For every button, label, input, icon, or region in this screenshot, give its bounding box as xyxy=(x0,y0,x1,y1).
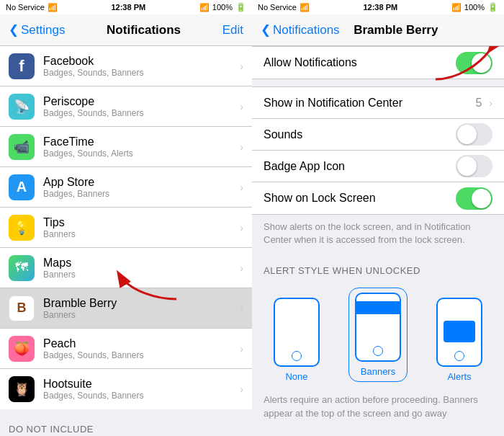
app-icon-hootsuite: 🦉 xyxy=(9,376,35,402)
list-item-brambleberry[interactable]: B Bramble Berry Banners › xyxy=(0,288,252,329)
chevron-icon: › xyxy=(240,343,243,355)
battery-icon: 🔋 xyxy=(235,2,246,12)
app-info-appstore: App Store Badges, Banners xyxy=(43,176,237,199)
app-icon-peach: 🍑 xyxy=(9,336,35,362)
right-panel: No Service 📶 12:38 PM 📶 100% 🔋 ❮ Notific… xyxy=(252,0,504,436)
chevron-icon: › xyxy=(240,262,243,274)
app-icon-tips: 💡 xyxy=(9,215,35,241)
home-button xyxy=(454,351,464,361)
badge-app-icon-toggle[interactable] xyxy=(456,155,492,177)
chevron-icon: › xyxy=(240,383,243,395)
banner-bar xyxy=(356,301,400,314)
chevron-icon: › xyxy=(240,303,243,314)
footer-description: Alerts require an action before proceedi… xyxy=(252,388,504,428)
sounds-row: Sounds xyxy=(252,119,504,151)
app-info-brambleberry: Bramble Berry Banners xyxy=(43,297,237,320)
right-nav-title: Bramble Berry xyxy=(354,23,438,37)
battery-text-right: 100% xyxy=(464,3,485,12)
include-section: f Facebook Badges, Sounds, Banners › 📡 P… xyxy=(0,46,252,409)
allow-notifications-toggle[interactable] xyxy=(456,52,492,74)
list-item[interactable]: A App Store Badges, Banners › xyxy=(0,167,252,208)
badge-app-icon-row: Badge App Icon xyxy=(252,151,504,182)
phone-none xyxy=(274,298,320,367)
alert-box xyxy=(444,321,475,342)
list-item[interactable]: 🍑 Peach Badges, Sounds, Banners › xyxy=(0,329,252,369)
chevron-icon: › xyxy=(240,101,243,112)
toggle-thumb xyxy=(457,125,477,144)
app-icon-periscope: 📡 xyxy=(9,94,35,120)
alert-option-alerts[interactable]: Alerts xyxy=(436,298,482,382)
show-lock-screen-row: Show on Lock Screen xyxy=(252,182,504,214)
show-notification-center-value: 5 xyxy=(475,97,482,110)
lock-screen-description: Show alerts on the lock screen, and in N… xyxy=(252,215,504,255)
list-item[interactable]: 📡 Periscope Badges, Sounds, Banners › xyxy=(0,86,252,127)
right-back-label: Notifications xyxy=(273,23,340,37)
battery-text: 100% xyxy=(212,3,233,12)
chevron-icon: › xyxy=(240,141,243,153)
wifi-icon: 📶 xyxy=(48,3,58,12)
time-left: 12:38 PM xyxy=(111,3,145,12)
wifi-icon-right: 📶 xyxy=(300,3,310,12)
right-scroll: Allow Notifications xyxy=(252,46,504,436)
battery-icon-right: 🔋 xyxy=(487,2,498,12)
alert-options-container: None Banners Alerts xyxy=(252,288,504,382)
toggle-thumb xyxy=(472,189,491,208)
edit-button[interactable]: Edit xyxy=(222,23,243,37)
app-info-facetime: FaceTime Badges, Sounds, Alerts xyxy=(43,135,237,159)
alert-style-header: ALERT STYLE WHEN UNLOCKED xyxy=(252,255,504,280)
alert-style-row: None Banners Alerts xyxy=(252,280,504,386)
toggle-thumb xyxy=(472,53,491,73)
right-back-button[interactable]: ❮ Notifications xyxy=(261,22,340,37)
app-icon-maps: 🗺 xyxy=(9,255,35,281)
alert-option-banners[interactable]: Banners xyxy=(348,288,408,382)
app-info-tips: Tips Banners xyxy=(43,216,237,239)
app-info-maps: Maps Banners xyxy=(43,257,237,280)
show-lock-screen-toggle[interactable] xyxy=(456,187,492,210)
left-status-bar: No Service 📶 12:38 PM 📶 100% 🔋 xyxy=(0,0,252,14)
right-status-bar: No Service 📶 12:38 PM 📶 100% 🔋 xyxy=(252,0,504,14)
list-item[interactable]: 💡 Tips Banners › xyxy=(0,208,252,248)
spacer-1 xyxy=(252,79,504,86)
show-lock-screen-label: Show on Lock Screen xyxy=(264,192,456,205)
left-nav-bar: ❮ Settings Notifications Edit xyxy=(0,14,252,46)
app-icon-facebook: f xyxy=(9,53,35,79)
sounds-label: Sounds xyxy=(264,128,456,141)
bluetooth-icon-right: 📶 xyxy=(451,3,462,12)
list-item[interactable]: 🦉 Hootsuite Badges, Sounds, Banners › xyxy=(0,369,252,409)
list-item[interactable]: 🗺 Maps Banners › xyxy=(0,248,252,288)
left-nav-title: Notifications xyxy=(107,23,181,37)
allow-notifications-row: Allow Notifications xyxy=(252,47,504,79)
banners-label: Banners xyxy=(361,366,395,377)
phone-alerts xyxy=(436,298,482,367)
signal-text: No Service xyxy=(6,3,45,12)
list-item[interactable]: f Facebook Badges, Sounds, Banners › xyxy=(0,46,252,86)
right-back-chevron-icon: ❮ xyxy=(261,22,271,37)
app-info-periscope: Periscope Badges, Sounds, Banners xyxy=(43,95,237,118)
app-icon-brambleberry: B xyxy=(9,295,35,321)
time-right: 12:38 PM xyxy=(363,3,397,12)
allow-notifications-section: Allow Notifications xyxy=(252,46,504,79)
list-item[interactable]: 📹 FaceTime Badges, Sounds, Alerts › xyxy=(0,127,252,167)
chevron-icon: › xyxy=(240,222,243,233)
back-button[interactable]: ❮ Settings xyxy=(9,22,65,37)
app-icon-facetime: 📹 xyxy=(9,134,35,160)
chevron-icon: › xyxy=(240,182,243,193)
app-icon-appstore: A xyxy=(9,174,35,200)
badge-app-icon-label: Badge App Icon xyxy=(264,160,456,173)
app-info-hootsuite: Hootsuite Badges, Sounds, Banners xyxy=(43,378,237,401)
do-not-include-header: DO NOT INCLUDE xyxy=(0,409,252,436)
show-notification-center-row: Show in Notification Center 5 › xyxy=(252,87,504,119)
footer-text: Alerts require an action before proceedi… xyxy=(264,394,478,418)
sounds-toggle[interactable] xyxy=(456,123,492,146)
show-notification-center-label: Show in Notification Center xyxy=(264,97,475,110)
back-chevron-icon: ❮ xyxy=(9,22,19,37)
bluetooth-icon: 📶 xyxy=(199,3,210,12)
app-info-peach: Peach Badges, Sounds, Banners xyxy=(43,337,237,360)
alerts-label: Alerts xyxy=(447,371,471,382)
chevron-icon: › xyxy=(489,97,492,109)
allow-notifications-label: Allow Notifications xyxy=(264,56,456,69)
app-info-facebook: Facebook Badges, Sounds, Banners xyxy=(43,55,237,78)
home-button xyxy=(373,346,383,356)
alert-option-none[interactable]: None xyxy=(274,298,320,382)
app-list: f Facebook Badges, Sounds, Banners › 📡 P… xyxy=(0,46,252,436)
